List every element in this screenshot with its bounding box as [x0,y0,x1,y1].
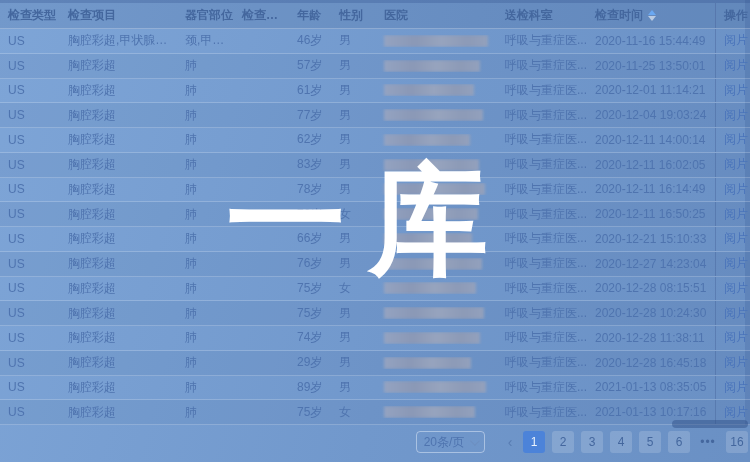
cell-action: 阅片 [715,202,750,226]
column-header-gender: 性别 [331,7,376,24]
cell-action: 阅片 [715,351,750,375]
cell-hospital [376,134,497,146]
cell-department: 呼吸与重症医... [497,404,587,421]
column-header-hospital: 医院 [376,7,497,24]
cell-action: 阅片 [715,227,750,251]
cell-exam-type: US [0,232,60,246]
view-image-link[interactable]: 阅片 [724,32,748,49]
view-image-link[interactable]: 阅片 [724,206,748,223]
column-header-age: 年龄 [289,7,331,24]
hospital-redacted-block [384,357,471,369]
cell-action: 阅片 [715,277,750,301]
cell-organ: 肺 [177,404,234,421]
cell-exam-time: 2020-12-11 16:02:05 [587,158,715,172]
view-image-link[interactable]: 阅片 [724,379,748,396]
cell-age: 61岁 [289,82,331,99]
column-header-exam-time[interactable]: 检查时间 [587,7,715,24]
view-image-link[interactable]: 阅片 [724,230,748,247]
cell-action: 阅片 [715,103,750,127]
cell-hospital [376,406,497,418]
hospital-redacted-block [384,109,483,121]
view-image-link[interactable]: 阅片 [724,305,748,322]
cell-exam-item: 胸腔彩超 [60,57,177,74]
cell-exam-time: 2020-12-01 11:14:21 [587,83,715,97]
cell-action: 阅片 [715,153,750,177]
sort-desc-icon[interactable] [648,16,656,21]
column-header-organ: 器官部位 [177,7,234,24]
cell-action: 阅片 [715,376,750,400]
cell-action: 阅片 [715,54,750,78]
view-image-link[interactable]: 阅片 [724,404,748,421]
cell-hospital [376,332,497,344]
view-image-link[interactable]: 阅片 [724,57,748,74]
page-button-3[interactable]: 3 [581,431,603,453]
page-button-1[interactable]: 1 [523,431,545,453]
table-header-row: 检查类型 检查项目 器官部位 检查方法 年龄 性别 医院 送检科室 检查时间 操… [0,3,750,29]
page-button-16[interactable]: 16 [726,431,748,453]
column-header-method: 检查方法 [234,7,289,24]
cell-exam-item: 胸腔彩超,甲状腺彩超 [60,32,177,49]
pagination-bar: 20条/页 ‹ 123456•••16 [416,430,748,454]
cell-hospital [376,109,497,121]
view-image-link[interactable]: 阅片 [724,181,748,198]
cell-age: 89岁 [289,379,331,396]
view-image-link[interactable]: 阅片 [724,280,748,297]
column-header-exam-item: 检查项目 [60,7,177,24]
hospital-redacted-block [384,134,470,146]
exam-time-header-label: 检查时间 [595,8,643,22]
horizontal-scrollbar-thumb[interactable] [672,420,748,428]
cell-exam-time: 2020-12-28 16:45:18 [587,356,715,370]
cell-exam-type: US [0,59,60,73]
cell-department: 呼吸与重症医... [497,156,587,173]
cell-exam-item: 胸腔彩超 [60,82,177,99]
cell-exam-item: 胸腔彩超 [60,131,177,148]
cell-exam-type: US [0,34,60,48]
cell-exam-item: 胸腔彩超 [60,354,177,371]
cell-exam-type: US [0,108,60,122]
cell-age: 75岁 [289,404,331,421]
cell-gender: 男 [331,329,376,346]
page-button-6[interactable]: 6 [668,431,690,453]
cell-hospital [376,357,497,369]
page-button-2[interactable]: 2 [552,431,574,453]
view-image-link[interactable]: 阅片 [724,354,748,371]
view-image-link[interactable]: 阅片 [724,329,748,346]
page-ellipsis[interactable]: ••• [697,431,719,453]
view-image-link[interactable]: 阅片 [724,156,748,173]
cell-exam-time: 2020-12-27 14:23:04 [587,257,715,271]
hospital-redacted-block [384,84,474,96]
cell-hospital [376,60,497,72]
cell-hospital [376,35,497,47]
view-image-link[interactable]: 阅片 [724,82,748,99]
cell-organ: 肺 [177,82,234,99]
page-size-value: 20条/页 [424,434,465,451]
view-image-link[interactable]: 阅片 [724,107,748,124]
cell-exam-time: 2020-12-28 08:15:51 [587,281,715,295]
cell-exam-time: 2021-01-13 08:35:05 [587,380,715,394]
sort-asc-icon[interactable] [648,10,656,15]
cell-exam-time: 2020-12-21 15:10:33 [587,232,715,246]
cell-department: 呼吸与重症医... [497,255,587,272]
sort-carets-icon[interactable] [648,10,656,21]
column-header-action: 操作 [715,3,750,28]
cell-exam-time: 2020-11-16 15:44:49 [587,34,715,48]
cell-hospital [376,307,497,319]
cell-age: 62岁 [289,131,331,148]
cell-age: 57岁 [289,57,331,74]
page-button-4[interactable]: 4 [610,431,632,453]
hospital-redacted-block [384,307,484,319]
cell-exam-type: US [0,380,60,394]
page-button-5[interactable]: 5 [639,431,661,453]
cell-hospital [376,381,497,393]
cell-department: 呼吸与重症医... [497,181,587,198]
cell-age: 29岁 [289,354,331,371]
table-row: US 胸腔彩超 肺 75岁 女 呼吸与重症医... 2021-01-13 10:… [0,400,750,425]
prev-page-button[interactable]: ‹ [503,431,517,453]
view-image-link[interactable]: 阅片 [724,131,748,148]
cell-exam-item: 胸腔彩超 [60,156,177,173]
cell-gender: 男 [331,305,376,322]
page-size-select[interactable]: 20条/页 [416,431,485,453]
cell-exam-type: US [0,257,60,271]
view-image-link[interactable]: 阅片 [724,255,748,272]
cell-action: 阅片 [715,128,750,152]
